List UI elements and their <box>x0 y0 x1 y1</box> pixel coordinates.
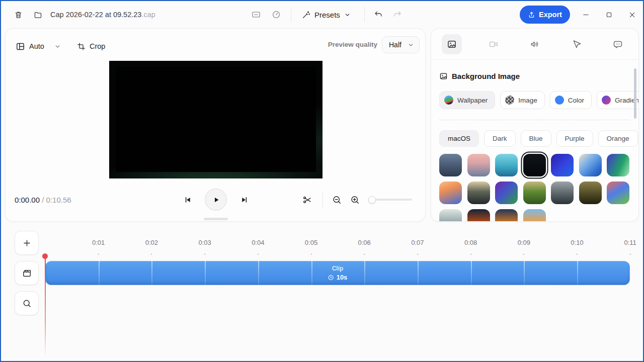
background-source-buttons: WallpaperImageColorGradient <box>439 91 639 109</box>
skip-back-icon <box>184 196 192 204</box>
clips-button[interactable] <box>15 261 39 285</box>
zoom-out-button[interactable] <box>327 190 347 210</box>
category-dark[interactable]: Dark <box>484 130 516 147</box>
clip-tick <box>258 261 259 285</box>
preview-resize-handle[interactable] <box>204 218 228 220</box>
clip-tick <box>151 261 152 285</box>
wallpaper-thumb[interactable] <box>579 154 602 176</box>
image-icon <box>439 72 448 80</box>
aspect-ratio-button[interactable]: Auto <box>16 37 61 56</box>
clip-duration-value: 10s <box>337 274 348 281</box>
wallpaper-thumb[interactable] <box>523 209 546 222</box>
split-button[interactable] <box>297 190 317 210</box>
undo-icon <box>374 10 383 19</box>
delete-project-button[interactable] <box>9 5 28 24</box>
cursor-icon <box>572 39 582 49</box>
titlebar-divider <box>364 7 365 22</box>
wallpaper-categories: macOSDarkBluePurpleOrange <box>439 130 638 147</box>
ruler-dot <box>151 253 152 255</box>
tab-camera[interactable] <box>484 34 504 54</box>
ruler-dot <box>629 253 631 255</box>
wallpaper-thumb-selected[interactable] <box>523 154 546 176</box>
ruler-dot <box>364 253 365 255</box>
ruler-label: 0:07 <box>411 239 424 246</box>
category-orange[interactable]: Orange <box>598 130 638 147</box>
project-title: Cap 2026-02-22 at 09.52.23.cap <box>50 1 155 28</box>
crop-button[interactable]: Crop <box>77 37 105 56</box>
maximize-button[interactable] <box>599 5 618 24</box>
wallpaper-thumb[interactable] <box>523 182 546 204</box>
wallpaper-thumb[interactable] <box>579 182 602 204</box>
clip-tick <box>471 261 472 285</box>
wallpaper-thumb[interactable] <box>607 154 629 176</box>
ruler-dot <box>204 253 206 255</box>
color-swatch-icon <box>555 96 564 105</box>
wallpaper-thumb[interactable] <box>467 154 490 176</box>
category-blue[interactable]: Blue <box>521 130 551 147</box>
wallpaper-thumb[interactable] <box>551 182 574 204</box>
wallpaper-thumb[interactable] <box>467 182 490 204</box>
wallpaper-thumb[interactable] <box>551 154 574 176</box>
performance-button[interactable] <box>267 5 286 24</box>
category-purple[interactable]: Purple <box>556 130 593 147</box>
background-source-image[interactable]: Image <box>500 91 545 109</box>
play-button[interactable] <box>205 189 227 211</box>
time-display: 0:00.00 / 0:10.56 <box>15 190 71 210</box>
chat-icon <box>613 39 623 49</box>
wallpaper-thumb[interactable] <box>495 154 518 176</box>
tab-audio[interactable] <box>525 34 545 54</box>
wallpaper-thumb[interactable] <box>607 182 629 204</box>
background-source-wallpaper[interactable]: Wallpaper <box>439 91 495 109</box>
presets-button[interactable]: Presets <box>302 5 351 24</box>
minimize-button[interactable] <box>576 5 595 24</box>
video-preview[interactable] <box>109 61 323 178</box>
wallpaper-thumb[interactable] <box>439 154 462 176</box>
open-folder-button[interactable] <box>28 5 47 24</box>
preview-quality-select[interactable]: Half <box>382 36 420 53</box>
category-macos[interactable]: macOS <box>439 130 479 147</box>
timeline-clip[interactable]: Clip 10s <box>45 261 630 285</box>
minimize-icon <box>582 11 590 19</box>
captions-toolbar-button[interactable] <box>247 5 266 24</box>
folder-icon <box>34 11 42 19</box>
aspect-ratio-label: Auto <box>29 42 44 50</box>
wallpaper-thumb[interactable] <box>495 209 518 222</box>
zoom-out-icon <box>332 195 342 205</box>
wallpaper-thumb[interactable] <box>495 182 518 204</box>
background-source-color[interactable]: Color <box>550 91 592 109</box>
chevron-down-icon <box>408 42 414 48</box>
clock-icon <box>328 275 334 281</box>
ruler-dot <box>417 253 418 255</box>
gauge-icon <box>272 10 281 19</box>
export-button[interactable]: Export <box>520 6 570 24</box>
time-total: 0:10.56 <box>46 196 71 204</box>
settings-tabbar <box>431 29 638 60</box>
scrollbar-thumb[interactable] <box>634 68 636 119</box>
skip-back-button[interactable] <box>178 190 198 210</box>
tab-captions[interactable] <box>608 34 628 54</box>
add-track-button[interactable] <box>15 231 39 255</box>
skip-forward-button[interactable] <box>234 190 254 210</box>
background-source-gradient[interactable]: Gradient <box>597 91 639 109</box>
tab-background[interactable] <box>442 34 462 54</box>
wallpaper-thumb[interactable] <box>467 209 490 222</box>
undo-button[interactable] <box>369 5 388 24</box>
clip-tick <box>418 261 419 285</box>
ruler-label: 0:06 <box>358 239 371 246</box>
zoom-in-button[interactable] <box>345 190 365 210</box>
image-swatch-icon <box>505 96 514 105</box>
timeline-zoom-slider[interactable] <box>368 196 412 204</box>
ruler-label: 0:11 <box>624 239 636 246</box>
wallpaper-thumb[interactable] <box>439 209 462 222</box>
section-title: Background Image <box>452 72 520 80</box>
slider-knob[interactable] <box>368 196 376 204</box>
wallpaper-thumb[interactable] <box>439 182 462 204</box>
ruler-dot <box>470 253 471 255</box>
export-label: Export <box>539 11 562 19</box>
project-title-extension: .cap <box>141 11 155 19</box>
titlebar-divider <box>291 7 291 22</box>
tab-cursor[interactable] <box>567 34 587 54</box>
timeline-search-button[interactable] <box>15 291 39 315</box>
close-button[interactable] <box>622 5 641 24</box>
redo-button[interactable] <box>388 5 407 24</box>
